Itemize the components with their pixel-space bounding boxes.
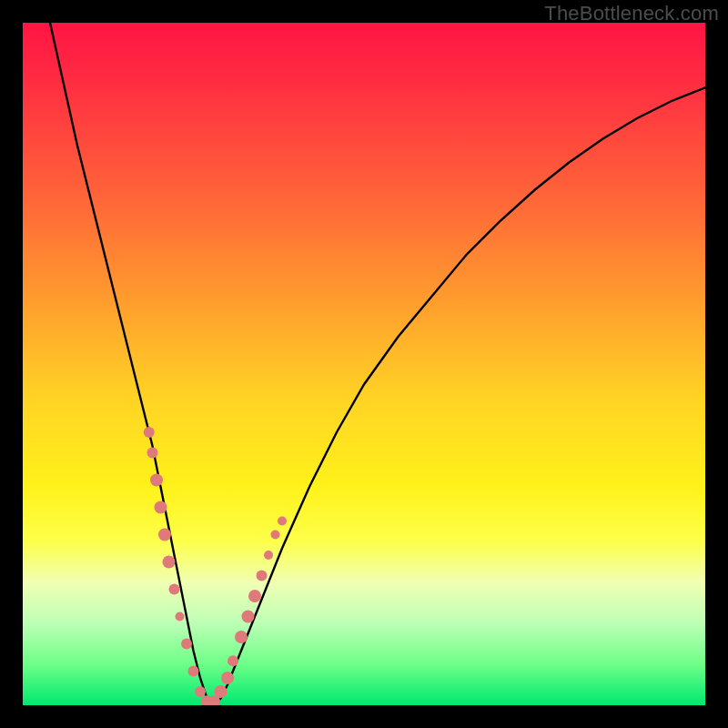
- highlight-dot: [195, 686, 206, 697]
- highlight-dot: [188, 666, 199, 677]
- highlight-dot: [271, 531, 280, 540]
- highlight-dot: [169, 584, 180, 595]
- highlight-dot: [181, 639, 192, 650]
- chart-frame: TheBottleneck.com: [0, 0, 728, 728]
- highlight-dot: [155, 501, 167, 514]
- highlight-dot: [215, 685, 228, 698]
- highlight-dot: [264, 551, 273, 560]
- highlight-dots: [144, 427, 287, 705]
- highlight-dot: [221, 672, 234, 684]
- highlight-dot: [257, 571, 268, 581]
- highlight-dot: [144, 427, 155, 438]
- bottleneck-curve: [50, 23, 705, 705]
- highlight-dot: [158, 529, 171, 541]
- highlight-dot: [176, 612, 185, 622]
- highlight-dot: [235, 631, 248, 643]
- highlight-dot: [150, 474, 163, 487]
- highlight-dot: [248, 590, 261, 602]
- plot-area: [23, 23, 705, 705]
- highlight-dot: [147, 448, 158, 459]
- highlight-dot: [278, 517, 287, 526]
- highlight-dot: [163, 556, 176, 569]
- highlight-dot: [228, 655, 238, 666]
- highlight-dot: [242, 611, 255, 623]
- curve-layer: [23, 23, 705, 705]
